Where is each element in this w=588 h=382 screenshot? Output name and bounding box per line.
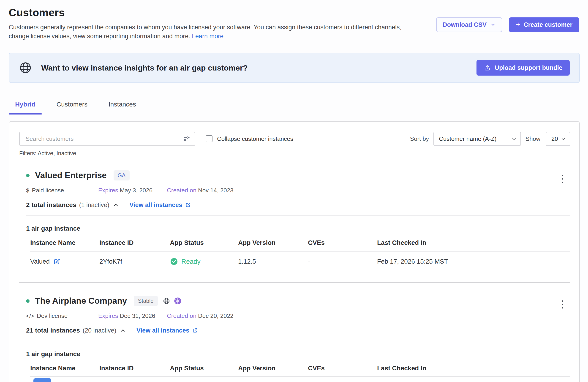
show-select[interactable]: 20 <box>546 132 570 146</box>
app-version-cell: 1.12.5 <box>238 258 308 265</box>
instance-name-value: Valued <box>30 258 50 265</box>
col-app-status: App Status <box>170 239 238 246</box>
filter-sliders-icon[interactable] <box>183 135 190 143</box>
external-link-icon <box>192 327 198 334</box>
license-type: </> Dev license <box>26 312 98 319</box>
inactive-instances-count: (20 inactive) <box>83 327 116 334</box>
kebab-menu-icon[interactable]: ⋮ <box>557 174 567 184</box>
external-link-icon <box>185 202 191 208</box>
col-app-status: App Status <box>170 365 238 372</box>
create-customer-button[interactable]: + Create customer <box>509 17 579 32</box>
plus-icon: + <box>516 20 521 28</box>
customer-valued-enterprise: ⋮ Valued Enterprise GA $ Paid license Ex… <box>19 170 570 283</box>
globe-icon <box>19 61 32 74</box>
page-header: Customers Customers generally represent … <box>9 6 580 41</box>
expires-field: Expires May 3, 2026 <box>98 187 167 194</box>
license-type-label: Dev license <box>37 312 67 319</box>
customer-divider <box>19 282 570 283</box>
expires-field: Expires Dec 31, 2026 <box>98 312 167 319</box>
toolbar: Collapse customer instances Sort by Cust… <box>19 132 570 146</box>
sort-select[interactable]: Customer name (A-Z) <box>433 132 521 146</box>
col-instance-name: Instance Name <box>30 365 99 372</box>
instance-id-cell: 2YfoK7f <box>99 258 170 265</box>
channel-badge: Stable <box>134 296 158 306</box>
active-status-dot <box>26 299 30 303</box>
total-instances-count: 21 total instances <box>26 327 80 334</box>
col-app-version: App Version <box>238 239 308 246</box>
collapse-caret-icon[interactable] <box>113 202 119 208</box>
view-all-instances-link[interactable]: View all instances <box>129 202 191 209</box>
cves-cell: - <box>308 258 377 265</box>
kubernetes-icon <box>174 297 182 305</box>
customer-the-airplane-company: ⋮ The Airplane Company Stable <box>19 296 570 377</box>
create-customer-label: Create customer <box>524 21 572 28</box>
instances-table-header: Instance Name Instance ID App Status App… <box>30 239 570 252</box>
customers-card: Collapse customer instances Sort by Cust… <box>9 121 580 382</box>
search-wrap <box>19 132 195 146</box>
tab-customers[interactable]: Customers <box>50 101 94 114</box>
airgap-instances-heading: 1 air gap instance <box>26 350 570 358</box>
tab-instances[interactable]: Instances <box>102 101 142 114</box>
dev-license-icon: </> <box>26 313 34 319</box>
search-input[interactable] <box>19 132 195 146</box>
created-on-value: Nov 14, 2023 <box>198 187 233 194</box>
col-instance-name: Instance Name <box>30 239 99 246</box>
total-instances-count: 2 total instances <box>26 201 76 209</box>
customer-name-row: The Airplane Company Stable <box>26 296 570 306</box>
toolbar-right: Sort by Customer name (A-Z) Show 20 <box>410 132 570 146</box>
created-field: Created on Dec 20, 2022 <box>167 312 233 319</box>
customer-name[interactable]: The Airplane Company <box>35 296 127 306</box>
clipped-row-element <box>33 378 51 382</box>
learn-more-link[interactable]: Learn more <box>192 33 224 40</box>
show-label: Show <box>525 135 540 143</box>
divider <box>26 341 570 341</box>
inactive-instances-count: (1 inactive) <box>79 202 109 209</box>
collapse-checkbox-label: Collapse customer instances <box>217 135 293 143</box>
customer-name[interactable]: Valued Enterprise <box>35 171 107 180</box>
tab-hybrid[interactable]: Hybrid <box>9 101 42 114</box>
col-app-version: App Version <box>238 365 308 372</box>
tab-bar: Hybrid Customers Instances <box>9 101 580 114</box>
install-type-icons <box>163 297 182 305</box>
airgap-banner: Want to view instance insights for an ai… <box>9 53 580 83</box>
created-on-value: Dec 20, 2022 <box>198 312 233 319</box>
col-instance-id: Instance ID <box>99 239 170 246</box>
paid-license-icon: $ <box>26 187 29 194</box>
upload-support-bundle-label: Upload support bundle <box>495 64 562 71</box>
license-type: $ Paid license <box>26 187 98 194</box>
kebab-menu-icon[interactable]: ⋮ <box>557 299 567 309</box>
instances-summary-row: 2 total instances (1 inactive) View all … <box>26 201 570 209</box>
collapse-checkbox-group: Collapse customer instances <box>206 135 293 143</box>
expires-label: Expires <box>98 187 118 194</box>
app-status-value: Ready <box>181 258 201 265</box>
sort-by-label: Sort by <box>410 135 429 143</box>
last-checked-in-cell: Feb 17, 2026 15:25 MST <box>377 258 570 265</box>
instances-table: Instance Name Instance ID App Status App… <box>26 365 570 377</box>
download-csv-button[interactable]: Download CSV <box>436 17 502 32</box>
download-csv-label: Download CSV <box>442 21 486 28</box>
upload-icon <box>484 64 491 71</box>
expires-value: Dec 31, 2026 <box>120 312 155 319</box>
created-on-label: Created on <box>167 187 196 194</box>
page: Customers Customers generally represent … <box>0 0 588 382</box>
banner-title: Want to view instance insights for an ai… <box>41 64 477 72</box>
edit-icon[interactable] <box>53 258 60 265</box>
page-title: Customers <box>9 6 580 19</box>
airgap-instances-heading: 1 air gap instance <box>26 225 570 232</box>
page-description: Customers generally represent the compan… <box>9 23 407 41</box>
col-last-checked-in: Last Checked In <box>377 239 570 246</box>
customer-name-row: Valued Enterprise GA <box>26 170 570 180</box>
expires-label: Expires <box>98 312 118 319</box>
chevron-down-icon <box>511 136 517 142</box>
view-all-instances-label: View all instances <box>136 327 189 334</box>
active-filters-label: Filters: Active, Inactive <box>19 150 570 157</box>
collapse-checkbox[interactable] <box>206 135 212 142</box>
airgap-globe-icon <box>163 297 170 305</box>
upload-support-bundle-button[interactable]: Upload support bundle <box>477 60 570 76</box>
table-row: Valued 2YfoK7f Ready <box>30 252 570 272</box>
view-all-instances-link[interactable]: View all instances <box>136 327 198 334</box>
collapse-caret-icon[interactable] <box>120 327 126 334</box>
col-last-checked-in: Last Checked In <box>377 365 570 372</box>
active-status-dot <box>26 174 30 177</box>
created-field: Created on Nov 14, 2023 <box>167 187 233 194</box>
